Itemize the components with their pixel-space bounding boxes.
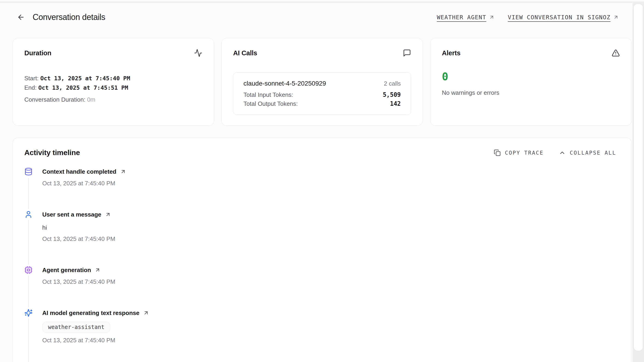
timeline-item-title-row: Context handle completed <box>42 168 620 176</box>
view-conversation-link-label: VIEW CONVERSATION IN SIGNOZ <box>508 14 610 21</box>
model-usage-box: claude-sonnet-4-5-20250929 2 calls Total… <box>233 72 411 115</box>
timeline-item-title: User sent a message <box>42 211 101 218</box>
view-conversation-in-signoz-link[interactable]: VIEW CONVERSATION IN SIGNOZ <box>508 14 619 21</box>
arrow-up-right-icon <box>489 14 494 20</box>
conversation-duration-row: Conversation Duration: 0m <box>24 96 202 103</box>
database-icon <box>24 166 32 177</box>
timeline-title: Activity timeline <box>24 149 80 157</box>
sparkles-icon <box>24 307 32 318</box>
model-row: claude-sonnet-4-5-20250929 2 calls <box>244 80 401 87</box>
timeline-actions: COPY TRACE COLLAPSE ALL <box>494 149 620 156</box>
alerts-message: No warnings or errors <box>442 89 620 96</box>
arrow-up-right-icon[interactable] <box>94 267 100 273</box>
ai-calls-card-title: AI Calls <box>233 49 257 57</box>
page-header: Conversation details WEATHER AGENT VIEW … <box>16 12 619 22</box>
timeline-header: Activity timeline COPY TRACE COLLAPSE AL… <box>24 149 620 157</box>
arrow-up-right-icon[interactable] <box>120 169 126 175</box>
model-calls-count: 2 calls <box>384 80 401 87</box>
timeline-item-timestamp: Oct 13, 2025 at 7:45:40 PM <box>42 180 620 187</box>
duration-card-title: Duration <box>24 49 52 57</box>
scrollbar-track[interactable] <box>632 3 644 362</box>
output-tokens-label: Total Output Tokens: <box>244 100 298 107</box>
start-label: Start: <box>24 75 38 82</box>
timeline-item: AI model generating text response weathe… <box>24 309 620 344</box>
alerts-count: 0 <box>442 70 620 83</box>
alerts-card-body: 0 No warnings or errors <box>442 70 620 96</box>
alerts-card: Alerts 0 No warnings or errors <box>430 38 632 126</box>
agent-name-badge: weather-assistant <box>42 322 110 333</box>
start-value: Oct 13, 2025 at 7:45:40 PM <box>40 75 130 82</box>
header-links: WEATHER AGENT VIEW CONVERSATION IN SIGNO… <box>437 14 619 21</box>
conversation-duration-label: Conversation Duration: <box>24 96 86 103</box>
arrow-up-right-icon <box>613 14 619 20</box>
timeline-item-title: Context handle completed <box>42 168 116 175</box>
summary-cards: Duration Start: Oct 13, 2025 at 7:45:40 … <box>13 38 632 126</box>
output-tokens-row: Total Output Tokens: 142 <box>244 100 401 107</box>
back-button[interactable] <box>16 12 26 22</box>
start-time-row: Start: Oct 13, 2025 at 7:45:40 PM <box>24 74 202 83</box>
timeline-item-title: Agent generation <box>42 267 91 274</box>
timeline-item-title: AI model generating text response <box>42 310 140 317</box>
user-icon <box>24 209 32 220</box>
timeline-item-title-row: AI model generating text response <box>42 309 620 317</box>
chevron-up-icon <box>559 149 566 156</box>
duration-card: Duration Start: Oct 13, 2025 at 7:45:40 … <box>13 38 214 126</box>
model-name: claude-sonnet-4-5-20250929 <box>244 80 326 87</box>
collapse-all-button[interactable]: COLLAPSE ALL <box>559 149 616 156</box>
timeline-item: Context handle completed Oct 13, 2025 at… <box>24 168 620 187</box>
ai-calls-card-header: AI Calls <box>233 49 411 57</box>
message-square-icon <box>403 49 411 57</box>
collapse-all-label: COLLAPSE ALL <box>570 150 616 156</box>
triangle-alert-icon <box>612 49 620 57</box>
end-time-row: End: Oct 13, 2025 at 7:45:51 PM <box>24 83 202 92</box>
timeline-item-timestamp: Oct 13, 2025 at 7:45:40 PM <box>42 337 620 344</box>
page-title: Conversation details <box>32 12 105 22</box>
window-top-edge <box>0 0 644 2</box>
arrow-up-right-icon[interactable] <box>105 211 111 217</box>
input-tokens-value: 5,509 <box>383 91 401 98</box>
copy-trace-button[interactable]: COPY TRACE <box>494 149 544 156</box>
timeline-item: Agent generation Oct 13, 2025 at 7:45:40… <box>24 266 620 285</box>
copy-icon <box>494 149 501 156</box>
copy-trace-label: COPY TRACE <box>505 150 544 156</box>
output-tokens-value: 142 <box>390 100 401 107</box>
input-tokens-label: Total Input Tokens: <box>244 91 293 98</box>
input-tokens-row: Total Input Tokens: 5,509 <box>244 91 401 98</box>
timeline-item-message: hi <box>42 224 620 231</box>
header-left: Conversation details <box>16 12 105 22</box>
timeline-items: Context handle completed Oct 13, 2025 at… <box>24 168 620 344</box>
arrow-up-right-icon[interactable] <box>143 310 149 316</box>
end-value: Oct 13, 2025 at 7:45:51 PM <box>38 84 128 91</box>
duration-card-header: Duration <box>24 49 202 57</box>
activity-timeline-card: Activity timeline COPY TRACE COLLAPSE AL… <box>13 138 632 362</box>
alerts-card-header: Alerts <box>442 49 620 57</box>
activity-pulse-icon <box>194 49 202 57</box>
timeline-item-timestamp: Oct 13, 2025 at 7:45:40 PM <box>42 278 620 285</box>
arrow-left-icon <box>17 13 25 21</box>
scrollbar-thumb[interactable] <box>634 4 643 351</box>
weather-agent-link-label: WEATHER AGENT <box>437 14 486 21</box>
timeline-item: User sent a message hi Oct 13, 2025 at 7… <box>24 210 620 242</box>
cpu-icon <box>24 264 32 276</box>
end-label: End: <box>24 84 37 91</box>
weather-agent-link[interactable]: WEATHER AGENT <box>437 14 494 21</box>
conversation-duration-value: 0m <box>87 96 95 103</box>
timeline-item-timestamp: Oct 13, 2025 at 7:45:40 PM <box>42 235 620 242</box>
duration-card-body: Start: Oct 13, 2025 at 7:45:40 PM End: O… <box>24 74 202 103</box>
ai-calls-card: AI Calls claude-sonnet-4-5-20250929 2 ca… <box>222 38 423 126</box>
timeline-item-title-row: User sent a message <box>42 210 620 219</box>
timeline-item-title-row: Agent generation <box>42 266 620 274</box>
alerts-card-title: Alerts <box>442 49 460 57</box>
